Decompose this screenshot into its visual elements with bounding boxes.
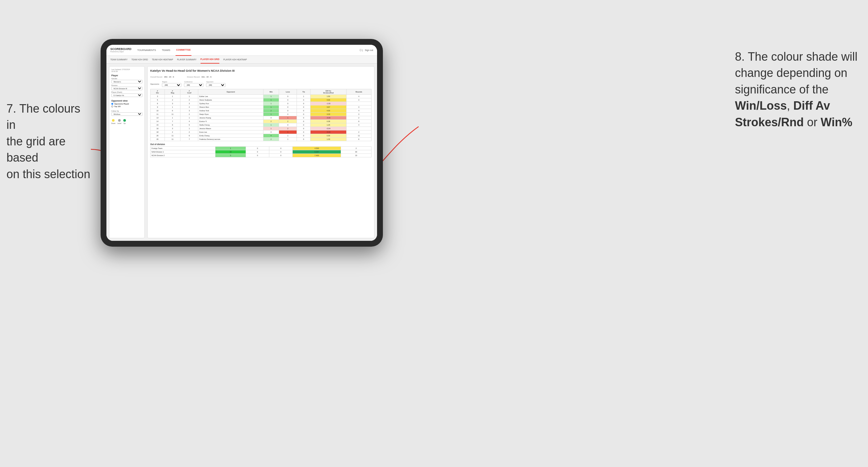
col-reg: #Reg (164, 89, 180, 95)
radio-top100[interactable]: Top 100 (111, 105, 143, 107)
table-row: 1063 Andrea York 2 0 0 4.00 4 (151, 109, 372, 113)
annotation-right: 8. The colour shade will change dependin… (735, 49, 858, 130)
col-conf: #Conf (180, 89, 198, 95)
colour-legend: Down Level Up (111, 119, 143, 124)
main-content: Last Updated: 27/03/2024 16:55:38 Player… (106, 64, 377, 241)
records-row: Overall Record: 353 - 34 - 6 Division Re… (150, 73, 372, 79)
nav-item-committee[interactable]: COMMITTEE (176, 45, 191, 56)
annotation-left: 7. The colours in the grid are based on … (6, 101, 91, 182)
colour-dot-up (123, 119, 126, 122)
table-row: 20117 Federica Domecq Lacroze 2 1 0 1.33… (151, 137, 372, 141)
col-rounds: Rounds (346, 89, 371, 95)
table-row: 522 Alexis Sudjianto 1 0 0 4.00 3 (151, 98, 372, 102)
table-row: NAIA Division 1 15 0 0 9.267 30 (151, 150, 372, 154)
table-row: 914 Sharon Mun 1 0 0 3.67 3 (151, 105, 372, 109)
table-row: 1474 Eunice Yi 2 2 0 0.38 9 (151, 120, 372, 123)
conference-select[interactable]: (All) (184, 83, 204, 87)
nav-items: TOURNAMENTS TEAMS COMMITTEE (136, 45, 360, 56)
table-row: Foreign Team 1 0 0 4.500 2 (151, 147, 372, 150)
sub-nav-player-summary[interactable]: PLAYER SUMMARY (177, 56, 197, 64)
table-row: 633 Sydney Kuo 1 0 0 -1.00 (151, 102, 372, 105)
filter-conference: Conference (All) (184, 81, 204, 87)
sign-out-link[interactable]: Sign out (365, 49, 373, 51)
table-row: 11112 Heejo Hyun 1 0 0 3.33 3 (151, 113, 372, 116)
colour-by-label: Colour by (111, 110, 143, 112)
division-label: Division (111, 84, 143, 86)
table-row: 311 Esther Lee 1 0 1 1.50 4 (151, 95, 372, 98)
nav-item-teams[interactable]: TEAMS (161, 45, 171, 56)
sub-nav-player-h2h-heatmap[interactable]: PLAYER H2H HEATMAP (223, 56, 247, 64)
opponent-select[interactable]: (All) (206, 83, 225, 87)
table-row: 1311 Jessica Huang 0 1 0 -3.00 2 (151, 116, 372, 120)
overall-record: Overall Record: 353 - 34 - 6 (150, 73, 174, 79)
table-row: 20116 Emily Chang 4 1 0 0.30 11 (151, 134, 372, 137)
table-row: NCAA Division 2 5 0 0 7.400 10 (151, 154, 372, 157)
region-select[interactable]: (All) (162, 83, 181, 87)
out-of-division-header: Out of division (150, 143, 372, 145)
division-select[interactable]: NCAA Division III (111, 87, 143, 90)
gender-select[interactable]: Women's (111, 80, 143, 84)
right-panel: Katelyn Vo Head-to-Head Grid for Women's… (147, 66, 374, 238)
left-panel: Last Updated: 27/03/2024 16:55:38 Player… (109, 66, 145, 238)
table-row: 1631 Jessica Mason 1 2 0 -0.94 (151, 127, 372, 130)
player-rank-label: Player (Rank) (111, 91, 143, 93)
colour-dot-down (112, 119, 115, 122)
sub-nav-player-h2h-grid[interactable]: PLAYER H2H GRID (200, 56, 220, 64)
filters-row: Opponents: Region (All) Conference (All)… (150, 81, 372, 87)
opponent-view-label: Opponent view (111, 100, 143, 102)
opponents-filter-label: Opponents: (150, 83, 159, 85)
nav-item-tournaments[interactable]: TOURNAMENTS (136, 45, 157, 56)
radio-opponents-played[interactable]: Opponents Played (111, 103, 143, 105)
division-record: Division Record: 331 - 34 - 6 (187, 73, 211, 79)
section-player: Player (111, 74, 143, 76)
tablet-frame: SCOREBOARD Powered by clippd TOURNAMENTS… (101, 39, 383, 247)
nav-bar: SCOREBOARD Powered by clippd TOURNAMENTS… (106, 45, 377, 56)
player-rank-select[interactable]: 8. Katelyn Vo (111, 93, 143, 97)
sub-nav-team-h2h-grid[interactable]: TEAM H2H GRID (131, 56, 148, 64)
col-diff: Diff AvStrokes/Rnd (311, 89, 346, 95)
last-updated: Last Updated: 27/03/2024 16:55:38 (111, 68, 143, 72)
col-div: #Div (151, 89, 165, 95)
logo: SCOREBOARD Powered by clippd (110, 48, 131, 53)
col-opponent: Opponent (198, 89, 264, 95)
sub-nav: TEAM SUMMARY TEAM H2H GRID TEAM H2H HEAT… (106, 56, 377, 64)
filter-opponent: Opponent (All) (206, 81, 225, 87)
col-loss: Loss (279, 89, 297, 95)
col-tie: Tie (297, 89, 311, 95)
grid-title: Katelyn Vo Head-to-Head Grid for Women's… (150, 69, 372, 72)
sub-nav-team-summary[interactable]: TEAM SUMMARY (110, 56, 127, 64)
tablet-screen: SCOREBOARD Powered by clippd TOURNAMENTS… (106, 45, 377, 241)
data-table: #Div #Reg #Conf Opponent Win Loss Tie Di… (150, 89, 372, 141)
out-of-division-table: Foreign Team 1 0 0 4.500 2 NAIA Division… (150, 146, 372, 157)
table-row: 1822 Euna Lee 0 1 0 -5.00 2 (151, 130, 372, 134)
filter-region: Region (All) (162, 81, 181, 87)
sub-nav-team-h2h-heatmap[interactable]: TEAM H2H HEATMAP (152, 56, 173, 64)
radio-group: Opponents Played Top 100 (111, 103, 143, 107)
col-win: Win (264, 89, 279, 95)
table-row: 1585 Stella Cheng 1 0 0 1.25 4 (151, 123, 372, 127)
nav-right: ⓘ | Sign out (360, 49, 373, 52)
gender-label: Gender (111, 77, 143, 80)
colour-dot-level (118, 119, 121, 122)
colour-by-select[interactable]: Win/loss (111, 112, 143, 116)
